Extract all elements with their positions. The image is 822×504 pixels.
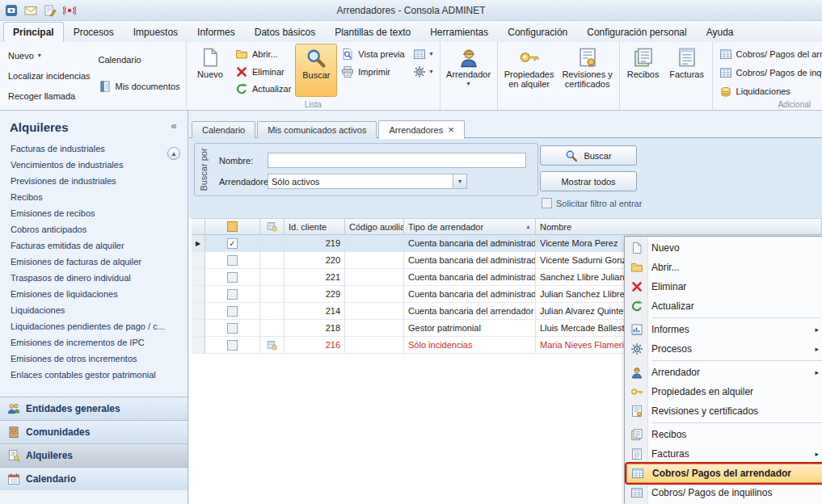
mostrar-todos-button[interactable]: Mostrar todos xyxy=(540,171,637,191)
ribbon-layout-dropdown[interactable]: ▾ xyxy=(409,46,437,62)
ribbon-actualizar-button[interactable]: Actualizar xyxy=(231,81,295,97)
ribbon-imprimir-button[interactable]: Imprimir xyxy=(337,64,408,80)
ribbon-abrir-button[interactable]: Abrir... xyxy=(231,46,295,62)
ribbon-vista-previa-button[interactable]: Vista previa xyxy=(337,46,408,62)
row-checkbox[interactable] xyxy=(227,255,238,266)
ribbon-nuevo-button[interactable]: Nuevo xyxy=(189,44,231,97)
edit-note-icon[interactable] xyxy=(42,2,58,19)
row-checkbox[interactable]: ✓ xyxy=(227,238,238,249)
select-all-checkbox[interactable] xyxy=(227,221,238,232)
ribbon-facturas-button[interactable]: Facturas xyxy=(664,44,710,97)
mail-icon[interactable] xyxy=(23,2,39,19)
table-icon xyxy=(631,467,644,480)
sidebar-item-facturas-emitidas-de-alquiler[interactable]: Facturas emitidas de alquiler xyxy=(0,237,188,254)
sidebar-item-liquidaciones[interactable]: Liquidaciones xyxy=(0,302,188,318)
sidebar-item-vencimientos-de-industriales[interactable]: Vencimientos de industriales xyxy=(0,157,188,173)
nombre-input[interactable] xyxy=(268,153,526,168)
ribbon-cobros-pagos-del-arrendador[interactable]: Cobros/ Pagos del arrendador xyxy=(715,46,820,62)
doc-tab-mis-comunicados-activos[interactable]: Mis comunicados activos xyxy=(257,121,377,138)
menu-item-recibos[interactable]: Recibos xyxy=(626,425,822,444)
ribbon-tab-principal[interactable]: Principal xyxy=(3,22,64,42)
doc-tab-arrendadores[interactable]: Arrendadores× xyxy=(378,120,464,139)
ribbon-liquidaciones[interactable]: Liquidaciones xyxy=(715,83,820,99)
doc-tab-calendario[interactable]: Calendario xyxy=(192,121,255,138)
people-icon xyxy=(7,402,20,415)
scroll-up-button[interactable]: ▲ xyxy=(167,147,180,160)
row-indicator xyxy=(192,320,205,337)
column-header-nombre[interactable]: Nombre xyxy=(536,218,822,235)
ribbon-tab-datos-b-sicos[interactable]: Datos básicos xyxy=(245,22,325,42)
menu-item-cobros-pagos-del-arrendador[interactable]: Cobros/ Pagos del arrendador xyxy=(626,464,822,483)
sidebar-item-cobros-anticipados[interactable]: Cobros anticipados xyxy=(0,221,188,237)
row-icon-cell xyxy=(260,252,285,269)
sidebar-item-liquidaciones-pendientes-de-pago-c[interactable]: Liquidaciones pendientes de pago / c... xyxy=(0,318,188,334)
sidebar-item-emisiones-de-otros-incrementos[interactable]: Emisiones de otros incrementos xyxy=(0,351,188,367)
sidebar-item-emisiones-de-facturas-de-alquiler[interactable]: Emisiones de facturas de alquiler xyxy=(0,254,188,270)
ribbon-revisiones-button[interactable]: Revisiones y certificados xyxy=(559,44,617,97)
solicitar-filtro-checkbox[interactable] xyxy=(542,198,552,208)
ribbon-mis-documentos[interactable]: Mis documentos xyxy=(95,78,184,94)
sidebar-item-emisiones-de-liquidaciones[interactable]: Emisiones de liquidaciones xyxy=(0,286,188,302)
ribbon-tab-impuestos[interactable]: Impuestos xyxy=(124,22,188,42)
row-checkbox[interactable] xyxy=(227,272,238,283)
ribbon-localizar-incidencias[interactable]: Localizar incidencias xyxy=(4,68,95,84)
buscar-button[interactable]: Buscar xyxy=(540,145,637,166)
sidebar-item-traspasos-de-dinero-individual[interactable]: Traspasos de dinero individual xyxy=(0,270,188,286)
menu-item-informes[interactable]: Informes▸ xyxy=(626,320,822,339)
row-checkbox[interactable] xyxy=(227,340,238,351)
sidebar-item-enlaces-contables-gestor-patrimonial[interactable]: Enlaces contables gestor patrimonial xyxy=(0,367,188,383)
ribbon-recibos-button[interactable]: Recibos xyxy=(622,44,664,97)
menu-item-propiedades-en-alquiler[interactable]: Propiedades en alquiler xyxy=(626,382,822,401)
sidebar-item-previsiones-de-industriales[interactable]: Previsiones de industriales xyxy=(0,173,188,189)
new-document-icon xyxy=(200,47,221,68)
sidebar-section-alquileres[interactable]: Alquileres xyxy=(0,443,188,467)
ribbon-nuevo-dropdown[interactable]: Nuevo▾ xyxy=(4,48,95,64)
ribbon-recoger-llamada[interactable]: Recoger llamada xyxy=(4,88,95,104)
column-header-tipo-de-arrendador[interactable]: Tipo de arrendador▲ xyxy=(404,218,536,235)
sidebar-item-facturas-de-industriales[interactable]: Facturas de industriales xyxy=(0,141,188,157)
ribbon-propiedades-button[interactable]: Propiedades en alquiler xyxy=(500,44,559,97)
collapse-sidebar-button[interactable]: « xyxy=(167,120,181,134)
call-recording-icon[interactable] xyxy=(61,2,78,19)
menu-item-nuevo[interactable]: Nuevo xyxy=(626,238,822,258)
ribbon-settings-dropdown[interactable]: ▾ xyxy=(409,64,437,80)
menu-item-abrir[interactable]: Abrir... xyxy=(626,258,822,277)
sidebar-section-calendario[interactable]: Calendario xyxy=(0,467,188,490)
ribbon-tab-plantillas-de-texto[interactable]: Plantillas de texto xyxy=(325,22,420,42)
ribbon-tab-configuraci-n-personal[interactable]: Configuración personal xyxy=(577,22,696,42)
row-checkbox[interactable] xyxy=(227,323,238,334)
sidebar-item-recibos[interactable]: Recibos xyxy=(0,189,188,205)
menu-item-revisiones-y-certificados[interactable]: Revisiones y certificados xyxy=(626,401,822,421)
cell-codigo-auxiliar xyxy=(345,269,404,286)
menu-item-procesos[interactable]: Procesos▸ xyxy=(626,339,822,359)
sidebar-section-comunidades[interactable]: Comunidades xyxy=(0,420,188,443)
menu-item-cobros-pagos-de-inquilinos[interactable]: Cobros/ Pagos de inquilinos xyxy=(626,483,822,502)
column-header-codigo-auxiliar[interactable]: Código auxiliar xyxy=(345,218,404,235)
menu-item-arrendador[interactable]: Arrendador▸ xyxy=(626,363,822,382)
menu-item-facturas[interactable]: Facturas▸ xyxy=(626,444,822,464)
ribbon-tab-procesos[interactable]: Procesos xyxy=(64,22,124,42)
ribbon-tab-configuraci-n[interactable]: Configuración xyxy=(498,22,577,42)
sidebar-item-emisiones-de-incrementos-de-ipc[interactable]: Emisiones de incrementos de IPC xyxy=(0,334,188,351)
ribbon-arrendador-button[interactable]: Arrendador ▾ xyxy=(443,44,495,97)
select-dropdown-button[interactable]: ▾ xyxy=(453,174,466,188)
close-tab-icon[interactable]: × xyxy=(448,125,454,134)
arrendadores-select[interactable]: Sólo activos ▾ xyxy=(268,174,467,189)
ribbon-tab-herramientas[interactable]: Herramientas xyxy=(420,22,498,42)
row-checkbox[interactable] xyxy=(227,289,238,300)
ribbon-cobros-pagos-de-inquilinos[interactable]: Cobros/ Pagos de inquilinos xyxy=(715,65,820,81)
ribbon-tab-informes[interactable]: Informes xyxy=(188,22,245,42)
cell-id-cliente: 219 xyxy=(285,235,345,252)
menu-item-actualizar[interactable]: Actualizar xyxy=(626,296,822,316)
sidebar-item-emisiones-de-recibos[interactable]: Emisiones de recibos xyxy=(0,205,188,221)
ribbon-calendario[interactable]: Calendario xyxy=(95,52,184,68)
person-icon xyxy=(458,47,479,68)
ribbon-buscar-button[interactable]: Buscar xyxy=(295,44,337,97)
menu-item-eliminar[interactable]: Eliminar xyxy=(626,277,822,296)
row-checkbox[interactable] xyxy=(227,306,238,317)
column-header-id-cliente[interactable]: Id. cliente xyxy=(285,218,345,235)
ribbon-eliminar-button[interactable]: Eliminar xyxy=(231,64,295,80)
app-icon[interactable] xyxy=(3,2,19,19)
sidebar-section-entidades-generales[interactable]: Entidades generales xyxy=(0,397,188,420)
ribbon-tab-ayuda[interactable]: Ayuda xyxy=(697,22,744,42)
